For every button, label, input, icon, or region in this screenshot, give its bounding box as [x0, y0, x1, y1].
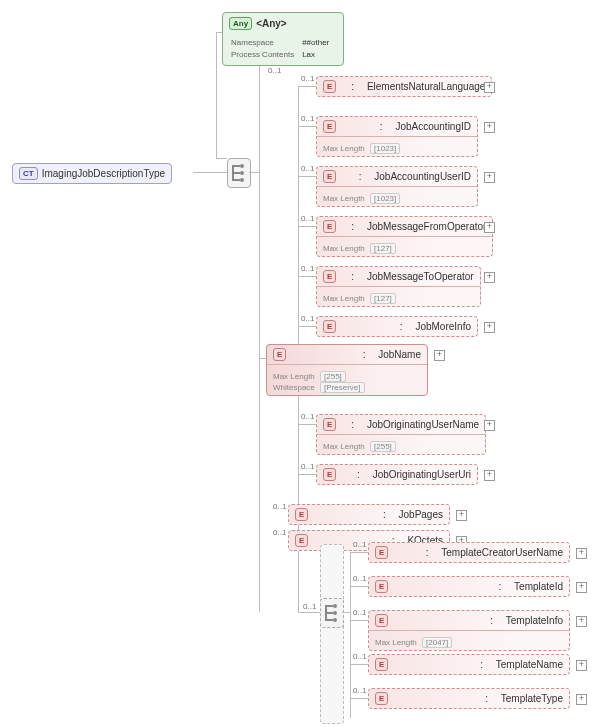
expand-icon[interactable]: +	[576, 582, 587, 593]
sequence-icon	[227, 158, 251, 188]
connector	[259, 358, 266, 359]
element-meta: Max Length [1023]	[317, 191, 477, 206]
element-meta: Max Length [1023]	[317, 141, 477, 156]
occurrence: 0..1	[273, 528, 286, 537]
ct-icon: CT	[19, 167, 38, 180]
occurrence: 0..1	[301, 74, 314, 83]
colon: :	[426, 547, 429, 558]
expand-icon[interactable]: +	[484, 122, 495, 133]
e-icon: E	[323, 270, 336, 283]
e-icon: E	[295, 534, 308, 547]
element-ref: E: JobOriginatingUserNameMax Length [255…	[316, 414, 486, 455]
element-name: ElementsNaturalLanguage	[367, 81, 485, 92]
colon: :	[400, 321, 403, 332]
e-icon: E	[323, 170, 336, 183]
e-icon: E	[375, 580, 388, 593]
expand-icon[interactable]: +	[434, 350, 445, 361]
colon: :	[383, 509, 386, 520]
element-name: TemplateId	[514, 581, 563, 592]
element-name: JobMessageFromOperator	[367, 221, 487, 232]
root-name: ImagingJobDescriptionType	[42, 168, 165, 179]
connector	[298, 612, 320, 613]
element-name: JobPages	[399, 509, 443, 520]
element-ref: E: JobMessageFromOperatorMax Length [127…	[316, 216, 493, 257]
colon: :	[351, 271, 354, 282]
element-name: TemplateName	[496, 659, 563, 670]
colon: :	[357, 469, 360, 480]
element-ref: E: JobMessageToOperatorMax Length [127]	[316, 266, 481, 307]
element-ref: E: ElementsNaturalLanguage	[316, 76, 492, 97]
e-icon: E	[323, 80, 336, 93]
connector	[350, 552, 351, 718]
element-ref: E: JobNameMax Length [255]Whitespace [Pr…	[266, 344, 428, 396]
expand-icon[interactable]: +	[576, 616, 587, 627]
element-meta: Max Length [255]	[317, 439, 485, 454]
colon: :	[499, 581, 502, 592]
any-pc-label: Process Contents	[231, 50, 300, 60]
element-ref: E: TemplateName	[368, 654, 570, 675]
e-icon: E	[375, 692, 388, 705]
any-icon: Any	[229, 17, 252, 30]
expand-icon[interactable]: +	[484, 420, 495, 431]
connector	[193, 172, 227, 173]
connector	[216, 32, 217, 158]
connector	[216, 158, 227, 159]
element-ref: E: JobPages	[288, 504, 450, 525]
occurrence: 0..1	[353, 608, 366, 617]
e-icon: E	[295, 508, 308, 521]
element-meta: Max Length [127]	[317, 241, 492, 256]
e-icon: E	[273, 348, 286, 361]
colon: :	[351, 221, 354, 232]
element-name: JobOriginatingUserUri	[373, 469, 471, 480]
occurrence: 0..1	[353, 686, 366, 695]
e-icon: E	[323, 220, 336, 233]
element-name: JobAccountingUserID	[374, 171, 471, 182]
expand-icon[interactable]: +	[576, 694, 587, 705]
e-icon: E	[375, 614, 388, 627]
any-node: Any <Any> Namespace##otherProcess Conten…	[222, 12, 344, 66]
e-icon: E	[323, 320, 336, 333]
e-icon: E	[375, 546, 388, 559]
element-name: JobMessageToOperator	[367, 271, 474, 282]
element-name: JobAccountingID	[395, 121, 471, 132]
e-icon: E	[323, 468, 336, 481]
any-ns-label: Namespace	[231, 38, 300, 48]
connector	[259, 32, 260, 612]
element-ref: E: JobMoreInfo	[316, 316, 478, 337]
expand-icon[interactable]: +	[484, 172, 495, 183]
colon: :	[351, 81, 354, 92]
element-ref: E: JobAccountingIDMax Length [1023]	[316, 116, 478, 157]
element-meta: Max Length [2047]	[369, 635, 569, 650]
expand-icon[interactable]: +	[484, 272, 495, 283]
element-name: TemplateInfo	[506, 615, 563, 626]
element-name: TemplateType	[501, 693, 563, 704]
occurrence: 0..1	[301, 164, 314, 173]
e-icon: E	[375, 658, 388, 671]
colon: :	[485, 693, 488, 704]
e-icon: E	[323, 120, 336, 133]
colon: :	[480, 659, 483, 670]
expand-icon[interactable]: +	[576, 660, 587, 671]
occurrence: 0..1	[301, 214, 314, 223]
e-icon: E	[323, 418, 336, 431]
sequence-icon	[320, 598, 344, 628]
expand-icon[interactable]: +	[484, 470, 495, 481]
connector	[249, 172, 259, 173]
element-meta: Max Length [255]Whitespace [Preserve]	[267, 369, 427, 395]
occurrence: 0..1	[301, 114, 314, 123]
expand-icon[interactable]: +	[576, 548, 587, 559]
any-label: <Any>	[256, 18, 287, 29]
any-ns-val: ##other	[302, 38, 335, 48]
xsd-diagram: CT ImagingJobDescriptionType Any <Any> N…	[8, 8, 597, 727]
group-box	[320, 544, 344, 724]
seq-occ: 0..1	[268, 66, 281, 75]
expand-icon[interactable]: +	[484, 222, 495, 233]
expand-icon[interactable]: +	[484, 322, 495, 333]
element-name: TemplateCreatorUserName	[441, 547, 563, 558]
sub-occ: 0..1	[303, 602, 316, 611]
expand-icon[interactable]: +	[456, 510, 467, 521]
occurrence: 0..1	[273, 502, 286, 511]
connector	[342, 612, 350, 613]
expand-icon[interactable]: +	[484, 82, 495, 93]
colon: :	[363, 349, 366, 360]
